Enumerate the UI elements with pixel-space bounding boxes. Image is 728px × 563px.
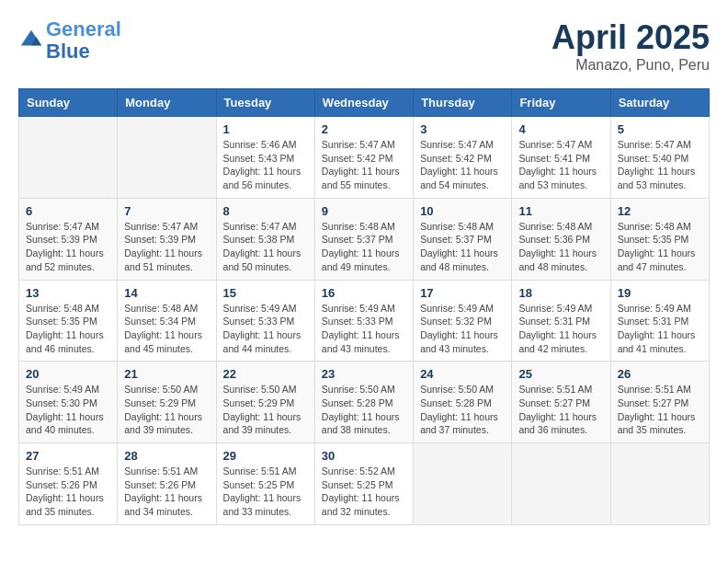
day-number: 9 bbox=[322, 204, 406, 218]
day-info: Sunrise: 5:50 AMSunset: 5:29 PMDaylight:… bbox=[223, 383, 308, 437]
day-cell bbox=[118, 117, 216, 199]
week-row-2: 6Sunrise: 5:47 AMSunset: 5:39 PMDaylight… bbox=[19, 198, 710, 280]
day-number: 28 bbox=[124, 449, 209, 463]
logo-text: General Blue bbox=[46, 18, 121, 63]
calendar-table: SundayMondayTuesdayWednesdayThursdayFrid… bbox=[18, 88, 710, 525]
day-info: Sunrise: 5:47 AMSunset: 5:39 PMDaylight:… bbox=[124, 220, 209, 274]
day-info: Sunrise: 5:50 AMSunset: 5:28 PMDaylight:… bbox=[420, 383, 505, 437]
header-cell-thursday: Thursday bbox=[414, 89, 512, 117]
day-info: Sunrise: 5:49 AMSunset: 5:31 PMDaylight:… bbox=[618, 302, 702, 356]
day-cell: 24Sunrise: 5:50 AMSunset: 5:28 PMDayligh… bbox=[414, 362, 512, 443]
day-number: 2 bbox=[322, 122, 406, 136]
day-cell: 16Sunrise: 5:49 AMSunset: 5:33 PMDayligh… bbox=[314, 280, 413, 362]
day-cell: 11Sunrise: 5:48 AMSunset: 5:36 PMDayligh… bbox=[512, 198, 610, 280]
day-info: Sunrise: 5:47 AMSunset: 5:40 PMDaylight:… bbox=[618, 138, 702, 192]
day-cell: 2Sunrise: 5:47 AMSunset: 5:42 PMDaylight… bbox=[314, 117, 413, 199]
header-row: SundayMondayTuesdayWednesdayThursdayFrid… bbox=[19, 89, 710, 117]
day-cell bbox=[19, 117, 118, 199]
week-row-3: 13Sunrise: 5:48 AMSunset: 5:35 PMDayligh… bbox=[19, 280, 710, 362]
day-cell: 21Sunrise: 5:50 AMSunset: 5:29 PMDayligh… bbox=[118, 362, 216, 443]
week-row-5: 27Sunrise: 5:51 AMSunset: 5:26 PMDayligh… bbox=[19, 443, 710, 525]
day-info: Sunrise: 5:48 AMSunset: 5:37 PMDaylight:… bbox=[420, 220, 505, 274]
calendar-body: 1Sunrise: 5:46 AMSunset: 5:43 PMDaylight… bbox=[19, 117, 710, 525]
day-info: Sunrise: 5:49 AMSunset: 5:32 PMDaylight:… bbox=[420, 302, 505, 356]
day-number: 21 bbox=[124, 367, 209, 381]
day-cell: 19Sunrise: 5:49 AMSunset: 5:31 PMDayligh… bbox=[610, 280, 709, 362]
day-cell: 20Sunrise: 5:49 AMSunset: 5:30 PMDayligh… bbox=[19, 362, 118, 443]
day-number: 5 bbox=[618, 122, 702, 136]
day-number: 25 bbox=[518, 367, 603, 381]
day-number: 8 bbox=[223, 204, 308, 218]
day-cell: 5Sunrise: 5:47 AMSunset: 5:40 PMDaylight… bbox=[610, 117, 709, 199]
day-number: 15 bbox=[223, 286, 308, 300]
calendar-subtitle: Manazo, Puno, Peru bbox=[552, 57, 710, 74]
header-cell-friday: Friday bbox=[512, 89, 610, 117]
day-info: Sunrise: 5:48 AMSunset: 5:36 PMDaylight:… bbox=[518, 220, 603, 274]
day-info: Sunrise: 5:47 AMSunset: 5:38 PMDaylight:… bbox=[223, 220, 308, 274]
day-number: 22 bbox=[223, 367, 308, 381]
day-cell: 3Sunrise: 5:47 AMSunset: 5:42 PMDaylight… bbox=[414, 117, 512, 199]
day-info: Sunrise: 5:51 AMSunset: 5:26 PMDaylight:… bbox=[26, 465, 110, 519]
day-cell: 1Sunrise: 5:46 AMSunset: 5:43 PMDaylight… bbox=[216, 117, 314, 199]
day-cell: 23Sunrise: 5:50 AMSunset: 5:28 PMDayligh… bbox=[314, 362, 413, 443]
page-header: General Blue April 2025 Manazo, Puno, Pe… bbox=[18, 18, 710, 74]
day-number: 29 bbox=[223, 449, 308, 463]
day-info: Sunrise: 5:51 AMSunset: 5:27 PMDaylight:… bbox=[618, 383, 702, 437]
day-info: Sunrise: 5:49 AMSunset: 5:33 PMDaylight:… bbox=[322, 302, 406, 356]
day-cell: 6Sunrise: 5:47 AMSunset: 5:39 PMDaylight… bbox=[19, 198, 118, 280]
day-info: Sunrise: 5:48 AMSunset: 5:35 PMDaylight:… bbox=[618, 220, 702, 274]
logo: General Blue bbox=[18, 18, 121, 63]
day-number: 27 bbox=[26, 449, 110, 463]
day-number: 10 bbox=[420, 204, 505, 218]
day-info: Sunrise: 5:47 AMSunset: 5:41 PMDaylight:… bbox=[518, 138, 603, 192]
day-cell: 9Sunrise: 5:48 AMSunset: 5:37 PMDaylight… bbox=[314, 198, 413, 280]
day-cell: 18Sunrise: 5:49 AMSunset: 5:31 PMDayligh… bbox=[512, 280, 610, 362]
day-cell: 7Sunrise: 5:47 AMSunset: 5:39 PMDaylight… bbox=[118, 198, 216, 280]
day-info: Sunrise: 5:52 AMSunset: 5:25 PMDaylight:… bbox=[322, 465, 406, 519]
day-cell: 15Sunrise: 5:49 AMSunset: 5:33 PMDayligh… bbox=[216, 280, 314, 362]
day-number: 20 bbox=[26, 367, 110, 381]
day-number: 23 bbox=[322, 367, 406, 381]
week-row-4: 20Sunrise: 5:49 AMSunset: 5:30 PMDayligh… bbox=[19, 362, 710, 443]
day-cell bbox=[512, 443, 610, 525]
day-number: 17 bbox=[420, 286, 505, 300]
day-info: Sunrise: 5:49 AMSunset: 5:30 PMDaylight:… bbox=[26, 383, 110, 437]
day-number: 1 bbox=[223, 122, 308, 136]
day-number: 13 bbox=[26, 286, 110, 300]
day-info: Sunrise: 5:50 AMSunset: 5:29 PMDaylight:… bbox=[124, 383, 209, 437]
day-info: Sunrise: 5:47 AMSunset: 5:42 PMDaylight:… bbox=[322, 138, 406, 192]
day-number: 30 bbox=[322, 449, 406, 463]
day-cell: 30Sunrise: 5:52 AMSunset: 5:25 PMDayligh… bbox=[314, 443, 413, 525]
day-info: Sunrise: 5:46 AMSunset: 5:43 PMDaylight:… bbox=[223, 138, 308, 192]
logo-icon bbox=[18, 28, 44, 53]
day-info: Sunrise: 5:50 AMSunset: 5:28 PMDaylight:… bbox=[322, 383, 406, 437]
day-info: Sunrise: 5:48 AMSunset: 5:37 PMDaylight:… bbox=[322, 220, 406, 274]
day-info: Sunrise: 5:47 AMSunset: 5:42 PMDaylight:… bbox=[420, 138, 505, 192]
header-cell-tuesday: Tuesday bbox=[216, 89, 314, 117]
day-info: Sunrise: 5:48 AMSunset: 5:35 PMDaylight:… bbox=[26, 302, 110, 356]
day-cell: 27Sunrise: 5:51 AMSunset: 5:26 PMDayligh… bbox=[19, 443, 118, 525]
day-cell bbox=[610, 443, 709, 525]
day-number: 24 bbox=[420, 367, 505, 381]
day-number: 6 bbox=[26, 204, 110, 218]
title-block: April 2025 Manazo, Puno, Peru bbox=[552, 18, 710, 74]
calendar-header: SundayMondayTuesdayWednesdayThursdayFrid… bbox=[19, 89, 710, 117]
day-cell: 28Sunrise: 5:51 AMSunset: 5:26 PMDayligh… bbox=[118, 443, 216, 525]
day-number: 4 bbox=[518, 122, 603, 136]
day-info: Sunrise: 5:49 AMSunset: 5:33 PMDaylight:… bbox=[223, 302, 308, 356]
day-info: Sunrise: 5:51 AMSunset: 5:26 PMDaylight:… bbox=[124, 465, 209, 519]
day-info: Sunrise: 5:51 AMSunset: 5:27 PMDaylight:… bbox=[518, 383, 603, 437]
day-info: Sunrise: 5:48 AMSunset: 5:34 PMDaylight:… bbox=[124, 302, 209, 356]
day-cell: 26Sunrise: 5:51 AMSunset: 5:27 PMDayligh… bbox=[610, 362, 709, 443]
day-cell: 10Sunrise: 5:48 AMSunset: 5:37 PMDayligh… bbox=[414, 198, 512, 280]
header-cell-wednesday: Wednesday bbox=[314, 89, 413, 117]
day-info: Sunrise: 5:47 AMSunset: 5:39 PMDaylight:… bbox=[26, 220, 110, 274]
header-cell-monday: Monday bbox=[118, 89, 216, 117]
day-cell: 12Sunrise: 5:48 AMSunset: 5:35 PMDayligh… bbox=[610, 198, 709, 280]
header-cell-saturday: Saturday bbox=[610, 89, 709, 117]
day-cell: 4Sunrise: 5:47 AMSunset: 5:41 PMDaylight… bbox=[512, 117, 610, 199]
day-cell: 8Sunrise: 5:47 AMSunset: 5:38 PMDaylight… bbox=[216, 198, 314, 280]
day-cell: 17Sunrise: 5:49 AMSunset: 5:32 PMDayligh… bbox=[414, 280, 512, 362]
week-row-1: 1Sunrise: 5:46 AMSunset: 5:43 PMDaylight… bbox=[19, 117, 710, 199]
header-cell-sunday: Sunday bbox=[19, 89, 118, 117]
